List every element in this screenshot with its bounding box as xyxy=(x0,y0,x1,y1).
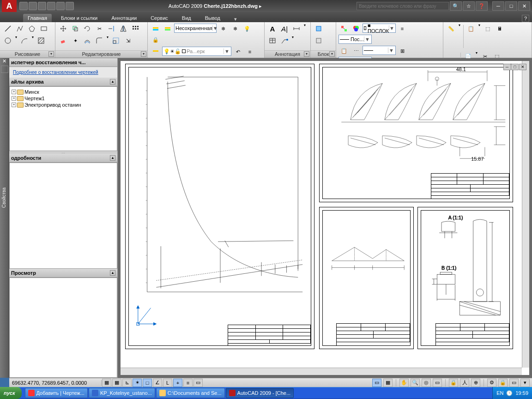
qat-undo-icon[interactable] xyxy=(56,2,65,10)
list-button[interactable]: 📋 xyxy=(339,46,350,56)
recovery-learn-more-link[interactable]: Подробнее о восстановлении чертежей xyxy=(9,67,117,78)
annoscale-list-button[interactable]: 人 xyxy=(460,379,469,387)
array-tool[interactable] xyxy=(130,24,141,34)
explode-tool[interactable]: ✦ xyxy=(70,36,81,46)
layer-states-button[interactable] xyxy=(162,24,173,34)
tray-icon[interactable]: 🕒 xyxy=(506,390,513,396)
lwt-toggle[interactable]: ≡ xyxy=(183,379,193,387)
qat-new-icon[interactable] xyxy=(19,2,28,10)
details-header[interactable]: одробности▴ xyxy=(9,154,117,163)
qat-save-icon[interactable] xyxy=(38,2,46,10)
qat-redo-icon[interactable] xyxy=(66,2,74,10)
polygon-tool[interactable] xyxy=(26,24,37,34)
table-button[interactable] xyxy=(267,36,278,46)
dyn-toggle[interactable]: + xyxy=(173,379,182,387)
props-palette-button[interactable]: ⊞ xyxy=(397,46,408,56)
mdi-min-button[interactable]: ─ xyxy=(503,64,511,70)
app-logo[interactable]: A xyxy=(2,0,17,12)
taskbar-item[interactable]: C:\Documents and Se... xyxy=(156,388,225,398)
extend-tool[interactable] xyxy=(106,24,117,34)
fillet-tool[interactable] xyxy=(94,36,105,46)
lineweight-button[interactable]: ≡ xyxy=(397,24,408,34)
model-button[interactable]: ▭ xyxy=(372,379,381,387)
collapse-icon[interactable]: ▴ xyxy=(110,155,115,161)
canvas-scrollbar-vertical[interactable] xyxy=(522,61,529,368)
rotate-tool[interactable] xyxy=(82,24,93,34)
polar-toggle[interactable]: ✶ xyxy=(133,379,142,387)
layer-properties-button[interactable] xyxy=(150,24,161,34)
palette-pin-icon[interactable] xyxy=(1,66,8,73)
offset-tool[interactable] xyxy=(82,36,93,46)
taskbar-item-active[interactable]: AutoCAD 2009 - [Che... xyxy=(226,388,294,398)
steering-wheel-button[interactable]: ◎ xyxy=(422,379,431,387)
match-props-button[interactable] xyxy=(339,24,350,34)
taskbar-item[interactable]: KP_Kotelnye_ustano... xyxy=(89,388,155,398)
zoom-button[interactable]: 🔍 xyxy=(411,379,420,387)
clean-screen-button[interactable]: ▭ xyxy=(509,379,519,387)
line-tool[interactable] xyxy=(2,24,13,34)
expand-icon[interactable]: + xyxy=(12,96,16,101)
layer-match-button[interactable] xyxy=(150,47,161,57)
color-combo[interactable]: ■ ПОСЛОК▼ xyxy=(363,24,396,33)
annovisibility-button[interactable]: ⊕ xyxy=(471,379,480,387)
tab-blocks[interactable]: Блоки и ссылки xyxy=(56,14,102,22)
annoscale-button[interactable]: 🔒 xyxy=(449,379,458,387)
panel-draw-expander[interactable]: ▾ xyxy=(48,51,54,57)
text-button[interactable]: A| xyxy=(279,24,290,34)
tab-annotations[interactable]: Аннотации xyxy=(107,14,141,22)
layer-iso-button[interactable]: ❄ xyxy=(218,24,229,34)
layer-state-combo[interactable]: Несохраненная▼ xyxy=(174,24,217,33)
rectangle-tool[interactable] xyxy=(38,24,49,34)
layer-lock-button[interactable]: 🔒 xyxy=(150,35,161,45)
toolbar-lock-button[interactable]: 🔒 xyxy=(498,379,508,387)
help-button[interactable]: ? xyxy=(522,15,529,22)
dimension-button[interactable] xyxy=(291,24,302,34)
layer-prev-button[interactable]: ↶ xyxy=(232,47,243,57)
expand-icon[interactable]: + xyxy=(12,90,16,94)
pan-button[interactable]: ✋ xyxy=(399,379,409,387)
language-indicator[interactable]: EN xyxy=(496,390,503,396)
color-button[interactable] xyxy=(351,24,362,34)
ducs-toggle[interactable]: L xyxy=(163,379,172,387)
circle-tool[interactable] xyxy=(2,36,13,46)
archive-files-header[interactable]: айлы архива▴ xyxy=(9,78,117,86)
arc-tool[interactable] xyxy=(19,36,30,46)
linetype-button[interactable]: ⋯ xyxy=(351,46,362,56)
panel-edit-expander[interactable]: ▾ xyxy=(141,51,146,57)
block-insert-button[interactable] xyxy=(313,24,324,34)
leader-button[interactable] xyxy=(279,36,290,46)
arc-dropdown[interactable]: ▼ xyxy=(31,36,35,46)
subscription-button[interactable]: ☆ xyxy=(463,1,475,11)
infocenter-search-input[interactable] xyxy=(357,2,449,10)
coordinates-display[interactable]: 69632.4770, 72689.6457, 0.0000 xyxy=(9,380,102,386)
maximize-button[interactable]: □ xyxy=(505,1,517,11)
paste-button[interactable]: 📋 xyxy=(466,24,477,34)
tree-node[interactable]: +Чертеж1 xyxy=(12,95,115,102)
scale-tool[interactable] xyxy=(110,36,121,46)
layer-combo[interactable]: 💡 ☀ 🔓 Ра...ерк ▼ xyxy=(162,47,231,56)
copy-tool[interactable] xyxy=(70,24,81,34)
showmotion-button[interactable]: ▭ xyxy=(433,379,442,387)
mtext-button[interactable]: A xyxy=(267,24,278,34)
comm-center-button[interactable]: ❓ xyxy=(476,1,488,11)
drawing-canvas[interactable]: ─ □ ✕ xyxy=(121,61,529,375)
select-button[interactable]: ⬚ xyxy=(482,24,493,34)
stretch-tool[interactable]: ⇲ xyxy=(122,36,133,46)
collapse-icon[interactable]: ▴ xyxy=(110,79,115,85)
tab-output[interactable]: Вывод xyxy=(200,14,225,22)
layer-walk-button[interactable]: ≡ xyxy=(244,47,255,57)
clock[interactable]: 19:59 xyxy=(515,390,528,396)
properties-palette-bar[interactable]: ✕ Свойства xyxy=(0,58,9,378)
taskbar-item[interactable]: Добавить | Чертеж... xyxy=(25,388,88,398)
preview-header[interactable]: Просмотр▴ xyxy=(9,269,117,278)
palette-close-icon[interactable]: ✕ xyxy=(0,58,9,65)
canvas-scrollbar-horizontal[interactable] xyxy=(121,368,522,375)
otrack-toggle[interactable]: ∠ xyxy=(153,379,162,387)
tab-main[interactable]: Главная xyxy=(23,14,52,22)
measure-button[interactable]: 📏 xyxy=(446,24,457,34)
close-button[interactable]: ✕ xyxy=(518,1,530,11)
polyline-tool[interactable] xyxy=(14,24,25,34)
trim-tool[interactable]: ✂ xyxy=(94,24,105,34)
move-tool[interactable] xyxy=(58,24,69,34)
grid-toggle[interactable]: ▦ xyxy=(112,379,121,387)
